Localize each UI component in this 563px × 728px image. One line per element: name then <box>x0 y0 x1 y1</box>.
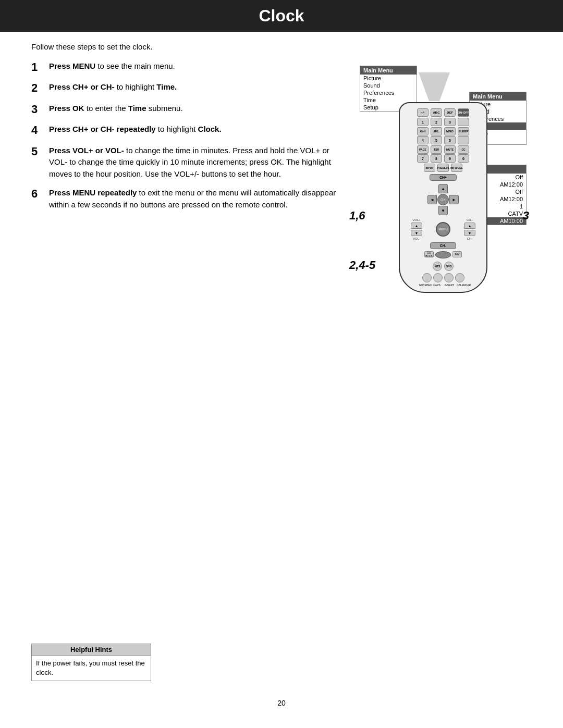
step-text-1: Press MENU to see the main menu. <box>49 60 175 72</box>
dpad-down: ▼ <box>438 206 448 215</box>
btn-presets: PRESETS <box>437 164 449 172</box>
helpful-hints-body: If the power fails, you must reset the c… <box>32 656 151 681</box>
page-number: 20 <box>277 699 286 707</box>
menu1-item-picture: Picture <box>360 75 417 82</box>
step-text-3: Press OK to enter the Time submenu. <box>49 103 183 115</box>
step-5: 5 Press VOL+ or VOL- to change the time … <box>31 145 339 180</box>
page-title: Clock <box>0 0 563 32</box>
bottom-4-btns <box>404 273 482 282</box>
sound-btn: SND <box>444 262 454 271</box>
menu-center-btn: MENU <box>436 222 450 237</box>
btn-abc: ABC <box>431 108 442 117</box>
btn-num9: 9 <box>444 154 456 163</box>
step-text-5: Press VOL+ or VOL- to change the time in… <box>49 145 339 180</box>
step-number-4: 4 <box>31 124 44 137</box>
steps-column: 1 Press MENU to see the main menu. 2 Pre… <box>31 60 339 384</box>
funnel-arrow <box>416 70 452 104</box>
btn-num4 <box>458 118 469 126</box>
btn-num0: 0 <box>458 154 469 163</box>
step-label-2-4-5: 2,4-5 <box>349 258 375 272</box>
diagram-area: Main Menu Picture Sound Preferences Time… <box>354 60 532 384</box>
dpad-left: ◄ <box>427 195 437 204</box>
caps-label: CAPS <box>432 283 442 287</box>
notepad-label: NOTEPAD <box>419 283 430 287</box>
go-back-btn: GO BACK <box>424 251 434 257</box>
btn-num1: 1 <box>417 118 429 126</box>
diagram-column: Main Menu Picture Sound Preferences Time… <box>354 60 532 384</box>
ch-minus-area: CH- <box>404 242 482 249</box>
btn-onoff: ON·OFF <box>458 108 469 117</box>
dpad: ▲ ◄ OK ► ▼ <box>427 184 459 215</box>
helpful-hints-title: Helpful Hints <box>32 644 151 656</box>
btn-jkl: JKL <box>431 127 442 135</box>
remote-row-4: INPUT PRESETS INFO/DEL <box>404 164 482 172</box>
btn-num2: 2 <box>431 118 442 126</box>
step-3: 3 Press OK to enter the Time submenu. <box>31 103 339 116</box>
bottom-btn-labels: NOTEPAD CAPS INSERT CALENDAR <box>404 283 482 287</box>
btn-num6: 6 <box>444 136 456 144</box>
menu1-title: Main Menu <box>360 66 417 75</box>
helpful-hints-box: Helpful Hints If the power fails, you mu… <box>31 644 151 681</box>
vol-ch-area: VOL+ ▲ ▼ VOL- MENU CH+ ▲ ▼ <box>404 218 482 240</box>
remote-row-nums-3: 7 8 9 0 <box>404 154 482 163</box>
btn-ghi: GHI <box>417 127 429 135</box>
caps-btn <box>433 273 443 282</box>
ch-minus-btn: CH- <box>430 242 456 249</box>
center-round-btn <box>435 251 451 258</box>
step-text-6: Press MENU repeatedly to exit the menu o… <box>49 187 339 211</box>
btn-def: DEF <box>444 108 456 117</box>
btn-num3: 3 <box>444 118 456 126</box>
btn-num7b: 7 <box>417 154 429 163</box>
step-number-1: 1 <box>31 60 44 74</box>
ch-plus-btn: CH+ <box>430 174 457 181</box>
btn-infodel: INFO/DEL <box>451 164 462 172</box>
vol-plus-btn: VOL+ ▲ ▼ VOL- <box>411 218 422 240</box>
step-number-2: 2 <box>31 81 44 95</box>
btn-tsr: TSR <box>431 145 442 154</box>
calendar-btn <box>455 273 464 282</box>
intro-text: Follow these steps to set the clock. <box>31 42 532 51</box>
mts-sound-row: MTS SND <box>404 262 482 271</box>
dpad-ok: OK <box>437 194 449 205</box>
step-number-3: 3 <box>31 103 44 116</box>
btn-num8: 8 <box>431 154 442 163</box>
notepad-btn <box>422 273 432 282</box>
btn-page: PAGE <box>417 145 429 154</box>
dpad-right: ► <box>449 195 459 204</box>
step-6: 6 Press MENU repeatedly to exit the menu… <box>31 187 339 211</box>
btn-mute: MUTE <box>444 145 456 154</box>
insert-label: INSERT <box>444 283 455 287</box>
menu2-title: Main Menu <box>470 92 526 101</box>
ch-plus-area: CH+ <box>404 174 482 181</box>
step-2: 2 Press CH+ or CH- to highlight Time. <box>31 81 339 95</box>
btn-cc: CC <box>458 145 469 154</box>
remote-control: +/- ABC DEF ON·OFF 1 2 3 <box>399 102 487 293</box>
go-back-fav-row: GO BACK FAV <box>404 251 482 258</box>
menu1-item-sound: Sound <box>360 82 417 89</box>
btn-mno: MNO <box>444 127 456 135</box>
remote-row-3: PAGE TSR MUTE CC <box>404 145 482 154</box>
btn-1: +/- <box>417 108 429 117</box>
step-label-3: 3 <box>523 209 529 223</box>
svg-marker-0 <box>419 72 450 101</box>
mts-btn: MTS <box>433 262 442 271</box>
dpad-up: ▲ <box>438 184 448 193</box>
step-text-2: Press CH+ or CH- to highlight Time. <box>49 81 177 93</box>
btn-num7 <box>458 136 469 144</box>
btn-sleep: SLEEP <box>458 127 469 135</box>
remote-row-nums-1: 1 2 3 <box>404 118 482 126</box>
ch-btn: CH+ ▲ ▼ CH- <box>464 218 475 240</box>
remote-row-2: GHI JKL MNO SLEEP <box>404 127 482 135</box>
step-label-1-6: 1,6 <box>349 209 365 223</box>
btn-input: INPUT <box>424 164 435 172</box>
step-4: 4 Press CH+ or CH- repeatedly to highlig… <box>31 124 339 137</box>
btn-num5: 5 <box>431 136 442 144</box>
btn-num4b: 4 <box>417 136 429 144</box>
calendar-label: CALENDAR <box>457 283 467 287</box>
step-1: 1 Press MENU to see the main menu. <box>31 60 339 74</box>
remote-row-1: +/- ABC DEF ON·OFF <box>404 108 482 117</box>
step-number-5: 5 <box>31 145 44 158</box>
fav-btn: FAV <box>452 251 462 257</box>
menu1-item-preferences: Preferences <box>360 89 417 96</box>
step-text-4: Press CH+ or CH- repeatedly to highlight… <box>49 124 222 135</box>
